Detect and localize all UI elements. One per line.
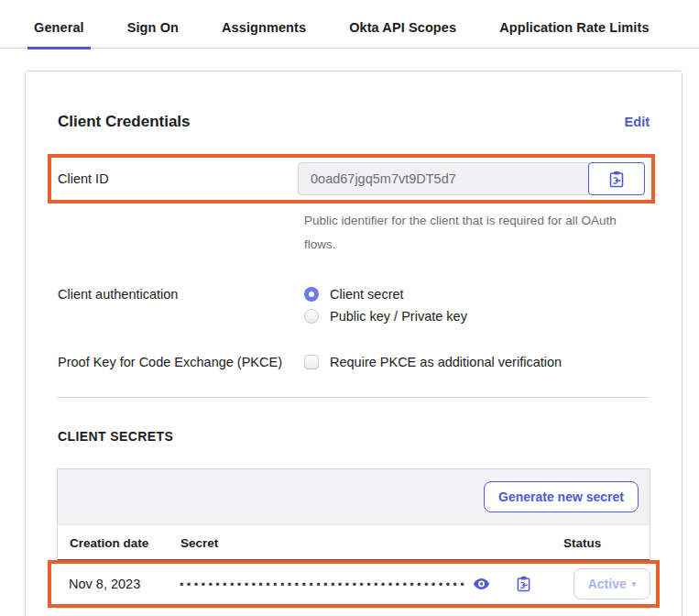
generate-new-secret-button[interactable]: Generate new secret [484, 481, 639, 512]
pkce-label: Proof Key for Code Exchange (PKCE) [58, 355, 304, 369]
reveal-secret-button[interactable] [473, 578, 490, 590]
client-id-value-field[interactable] [298, 162, 589, 195]
tab-sign-on[interactable]: Sign On [121, 20, 185, 50]
clipboard-copy-icon [517, 576, 531, 592]
tab-application-rate-limits[interactable]: Application Rate Limits [493, 20, 655, 50]
tab-okta-api-scopes[interactable]: Okta API Scopes [343, 20, 463, 50]
masked-secret-value: •••••••••••••••••••••••••••••••••••••••• [180, 578, 467, 591]
app-tab-bar: General Sign On Assignments Okta API Sco… [0, 0, 699, 49]
table-row: Nov 8, 2023 ••••••••••••••••••••••••••••… [51, 564, 656, 604]
client-secrets-table: Generate new secret Creation date Secret… [57, 468, 650, 609]
radio-client-secret-label: Client secret [330, 287, 404, 302]
secret-status-dropdown[interactable]: Active ▾ [573, 568, 650, 600]
client-id-help-text: Public identifier for the client that is… [304, 209, 620, 257]
radio-client-secret[interactable]: Client secret [304, 287, 650, 302]
section-divider [58, 397, 650, 398]
pkce-checkbox-label: Require PKCE as additional verification [330, 355, 562, 369]
eye-icon [473, 578, 490, 590]
column-header-creation-date: Creation date [70, 536, 180, 550]
client-id-highlight-box: Client ID [48, 154, 655, 204]
chevron-down-icon: ▾ [632, 579, 637, 588]
copy-client-id-button[interactable] [588, 162, 645, 195]
status-badge: Active [588, 577, 627, 591]
column-header-secret: Secret [180, 536, 541, 550]
tab-general[interactable]: General [27, 20, 91, 50]
secret-creation-date: Nov 8, 2023 [69, 577, 180, 591]
client-credentials-title: Client Credentials [58, 113, 191, 131]
client-authentication-label: Client authentication [58, 287, 304, 302]
radio-public-private-key-label: Public key / Private key [330, 309, 467, 324]
radio-selected-icon[interactable] [304, 287, 319, 302]
radio-public-private-key[interactable]: Public key / Private key [304, 309, 650, 324]
secret-row-highlight-box: Nov 8, 2023 ••••••••••••••••••••••••••••… [48, 560, 660, 608]
pkce-checkbox[interactable] [304, 355, 319, 369]
general-settings-card: Client Credentials Edit Client ID Public [25, 71, 683, 616]
client-id-label: Client ID [58, 171, 298, 186]
copy-secret-button[interactable] [517, 576, 531, 592]
column-header-status: Status [541, 536, 639, 550]
edit-link[interactable]: Edit [625, 115, 650, 129]
radio-unselected-icon[interactable] [304, 309, 319, 324]
secrets-table-header-row: Creation date Secret Status [58, 525, 650, 560]
pkce-checkbox-row[interactable]: Require PKCE as additional verification [304, 355, 650, 369]
tab-assignments[interactable]: Assignments [215, 20, 312, 50]
clipboard-copy-icon [609, 170, 625, 188]
secrets-table-toolbar: Generate new secret [58, 469, 650, 525]
client-secrets-title: CLIENT SECRETS [58, 429, 650, 444]
